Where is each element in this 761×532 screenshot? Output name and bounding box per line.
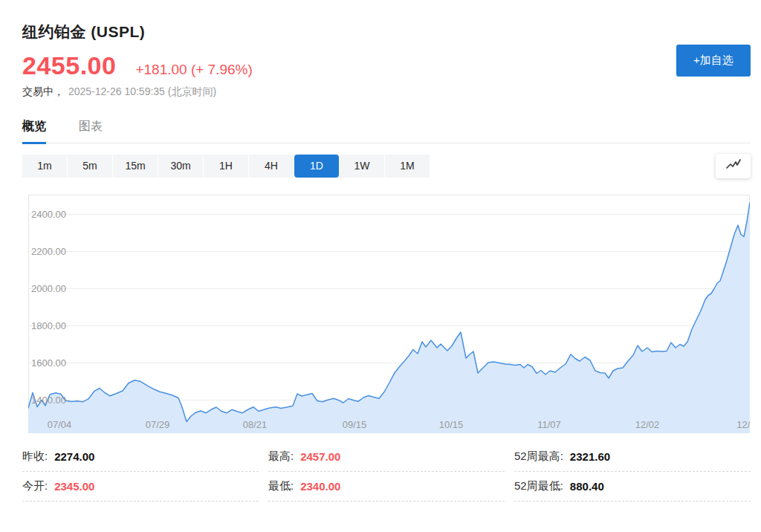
x-axis-label: 09/15	[343, 419, 367, 430]
range-button-15m[interactable]: 15m	[113, 155, 158, 178]
stats-grid: 昨收:2274.00今开:2345.00最高:2457.00最低:2340.00…	[22, 442, 751, 502]
x-axis-label: 12/02	[635, 419, 660, 430]
y-axis-label: 1400.00	[31, 395, 66, 406]
range-button-30m[interactable]: 30m	[158, 155, 203, 178]
stat-row: 今开:2345.00	[22, 472, 259, 502]
trading-status: 交易中，	[22, 85, 64, 97]
y-axis-label: 1800.00	[31, 320, 66, 331]
chart-type-button[interactable]	[716, 154, 751, 178]
stat-label: 今开:	[22, 479, 48, 493]
price-change: +181.00 (+ 7.96%)	[135, 62, 252, 78]
x-axis-label: 12/2	[736, 419, 750, 430]
range-selector: 1m5m15m30m1H4H1D1W1M	[22, 155, 430, 178]
x-axis-label: 10/15	[439, 419, 464, 430]
y-axis-label: 1600.00	[31, 357, 66, 369]
tab-chart[interactable]: 图表	[79, 119, 103, 143]
chart-toolbar: 1m5m15m30m1H4H1D1W1M	[22, 154, 751, 178]
range-button-1d[interactable]: 1D	[294, 155, 339, 178]
y-axis-label: 2000.00	[31, 283, 66, 294]
stat-row: 昨收:2274.00	[22, 442, 259, 472]
stats-column-1: 昨收:2274.00今开:2345.00	[22, 442, 259, 502]
x-axis-label: 11/07	[537, 419, 561, 430]
stat-label: 52周最低:	[514, 479, 563, 493]
price-row: 2455.00 +181.00 (+ 7.96%)	[22, 51, 751, 80]
range-button-1m[interactable]: 1M	[385, 155, 430, 178]
stat-row: 52周最高:2321.60	[514, 442, 751, 472]
range-button-1m[interactable]: 1m	[22, 155, 67, 178]
stat-value: 2457.00	[300, 450, 340, 463]
stat-value: 2274.00	[54, 450, 94, 463]
range-button-1w[interactable]: 1W	[340, 155, 384, 178]
stat-row: 最高:2457.00	[268, 442, 505, 472]
range-button-5m[interactable]: 5m	[68, 155, 112, 178]
stat-value: 2340.00	[300, 480, 340, 493]
quote-timestamp: 2025-12-26 10:59:35 (北京时间)	[68, 85, 216, 97]
stat-value: 2345.00	[54, 480, 94, 493]
page-title: 纽约铂金 (USPL)	[22, 0, 751, 42]
x-axis-label: 08/21	[243, 419, 268, 430]
stat-value: 2321.60	[570, 450, 610, 463]
stat-row: 最低:2340.00	[268, 472, 505, 502]
last-price: 2455.00	[22, 51, 116, 80]
tab-bar: 概览图表	[22, 119, 751, 143]
line-chart-icon	[725, 158, 742, 174]
stat-label: 52周最高:	[514, 450, 563, 464]
x-axis-label: 07/29	[146, 419, 170, 430]
tab-overview[interactable]: 概览	[22, 119, 46, 143]
trading-status-row: 交易中， 2025-12-26 10:59:35 (北京时间)	[22, 85, 751, 99]
range-button-1h[interactable]: 1H	[204, 155, 248, 178]
stat-label: 昨收:	[22, 450, 48, 464]
y-axis-label: 2200.00	[31, 246, 66, 257]
stats-column-3: 52周最高:2321.6052周最低:880.40	[514, 442, 751, 502]
price-area-chart[interactable]: 2400.002200.002000.001800.001600.001400.…	[28, 195, 750, 433]
stat-value: 880.40	[570, 480, 604, 493]
add-watchlist-button[interactable]: +加自选	[676, 45, 751, 77]
stat-label: 最低:	[268, 479, 294, 493]
stat-row: 52周最低:880.40	[514, 472, 751, 502]
quote-page: 纽约铂金 (USPL) +加自选 2455.00 +181.00 (+ 7.96…	[0, 0, 761, 532]
range-button-4h[interactable]: 4H	[249, 155, 294, 178]
chart-area[interactable]: 2400.002200.002000.001800.001600.001400.…	[22, 195, 751, 433]
stats-column-2: 最高:2457.00最低:2340.00	[268, 442, 505, 502]
y-axis-label: 2400.00	[31, 209, 66, 220]
stat-label: 最高:	[268, 450, 294, 464]
x-axis-label: 07/04	[48, 419, 72, 430]
